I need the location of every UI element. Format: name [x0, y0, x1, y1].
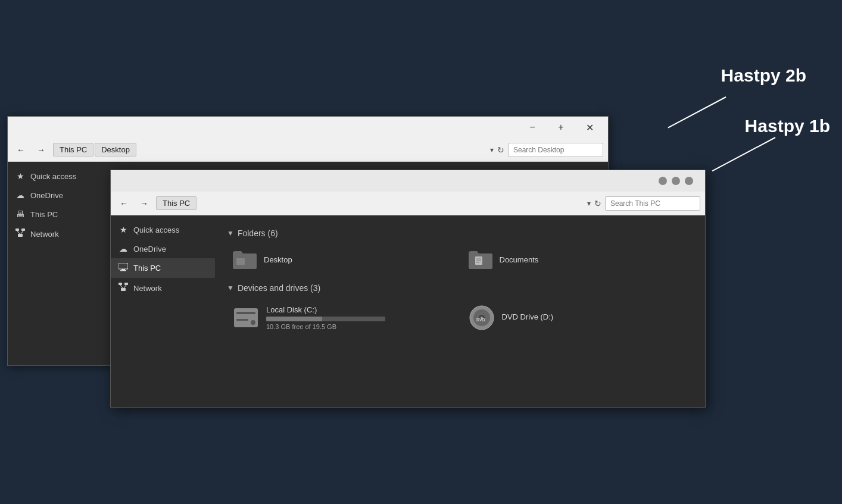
dot-control-2[interactable] [672, 177, 680, 185]
window-controls-desktop: − + ✕ [519, 118, 603, 137]
address-bar-right-desktop: ▾ ↻ [490, 143, 603, 157]
svg-line-4 [21, 231, 23, 234]
svg-rect-7 [120, 270, 126, 271]
monitor-icon-thispc [118, 263, 129, 273]
address-bar-desktop: ← → This PC Desktop ▾ ↻ [8, 138, 608, 162]
sidebar-label-quickaccess-thispc: Quick access [133, 226, 179, 234]
drive-item-c[interactable]: Local Disk (C:) 10.3 GB free of 19.5 GB [227, 300, 458, 336]
forward-button-thispc[interactable]: → [136, 195, 152, 212]
maximize-button-desktop[interactable]: + [547, 118, 575, 137]
drives-section-title: Devices and drives (3) [238, 283, 320, 293]
search-input-thispc[interactable] [605, 196, 700, 211]
sidebar-item-quickaccess-desktop[interactable]: ★ Quick access [8, 167, 112, 186]
sidebar-desktop: ★ Quick access ☁ OneDrive 🖶 This PC [8, 162, 112, 365]
sidebar-label-network-thispc: Network [133, 284, 162, 293]
annotation-hastpy1b: Hastpy 1b [745, 116, 830, 136]
drive-bar-c [266, 317, 385, 321]
search-input-desktop[interactable] [508, 143, 603, 157]
sidebar-thispc: ★ Quick access ☁ OneDrive This PC [111, 215, 215, 407]
sidebar-item-onedrive-thispc[interactable]: ☁ OneDrive [111, 239, 215, 258]
drive-info-c: Local Disk (C:) 10.3 GB free of 19.5 GB [266, 305, 453, 330]
dropdown-button-thispc[interactable]: ▾ [587, 199, 591, 208]
sidebar-label-thispc-thispc: This PC [133, 264, 161, 273]
titlebar-thispc [111, 170, 705, 192]
breadcrumb-desktop-folder[interactable]: Desktop [95, 143, 136, 156]
close-button-desktop[interactable]: ✕ [576, 118, 603, 137]
address-bar-thispc: ← → This PC ▾ ↻ [111, 192, 705, 215]
svg-rect-19 [236, 312, 255, 314]
svg-line-11 [120, 285, 123, 288]
titlebar-desktop: − + ✕ [8, 117, 608, 138]
cloud-icon-thispc: ☁ [118, 244, 129, 253]
minimize-button-desktop[interactable]: − [519, 118, 546, 137]
sidebar-label-onedrive-desktop: OneDrive [30, 191, 63, 200]
svg-rect-21 [236, 319, 248, 321]
refresh-button-desktop[interactable]: ↻ [497, 145, 504, 155]
disk-icon-c [232, 303, 260, 332]
folders-section-header: ▼ Folders (6) [227, 228, 693, 238]
svg-rect-0 [18, 234, 23, 237]
sidebar-label-quickaccess-desktop: Quick access [30, 172, 76, 181]
svg-rect-8 [121, 288, 126, 291]
drive-name-c: Local Disk (C:) [266, 305, 453, 314]
folder-icon-documents [467, 249, 494, 270]
svg-line-3 [17, 231, 20, 234]
sidebar-item-network-desktop[interactable]: Network [8, 224, 112, 245]
drive-space-c: 10.3 GB free of 19.5 GB [266, 323, 453, 330]
folders-grid: Desktop Documents [227, 245, 693, 274]
main-content-thispc: ▼ Folders (6) Desktop [215, 215, 705, 407]
svg-rect-9 [118, 283, 122, 285]
sidebar-item-onedrive-desktop[interactable]: ☁ OneDrive [8, 186, 112, 205]
network-icon-desktop [15, 228, 26, 240]
folders-section-title: Folders (6) [238, 228, 278, 238]
dot-control-3[interactable] [685, 177, 693, 185]
sidebar-item-thispc-desktop[interactable]: 🖶 This PC [8, 205, 112, 224]
svg-rect-2 [21, 228, 25, 231]
drives-grid: Local Disk (C:) 10.3 GB free of 19.5 GB [227, 300, 693, 336]
breadcrumb-thispc: This PC [156, 196, 584, 210]
address-bar-right-thispc: ▾ ↻ [587, 196, 700, 211]
drive-name-d: DVD Drive (D:) [502, 312, 689, 321]
star-icon-thispc: ★ [118, 225, 129, 234]
cloud-icon-desktop: ☁ [15, 190, 26, 200]
sidebar-item-network-thispc[interactable]: Network [111, 278, 215, 299]
dot-control-1[interactable] [659, 177, 667, 185]
dvd-icon-d: DVD [467, 303, 496, 332]
monitor-icon-desktop: 🖶 [15, 209, 26, 219]
folder-item-documents[interactable]: Documents [463, 245, 694, 274]
svg-text:DVD: DVD [476, 318, 485, 322]
forward-button-desktop[interactable]: → [33, 142, 49, 158]
breadcrumb-thispc-main[interactable]: This PC [156, 196, 197, 210]
back-button-desktop[interactable]: ← [13, 142, 29, 158]
window-controls-thispc [659, 170, 700, 192]
sidebar-label-onedrive-thispc: OneDrive [133, 245, 166, 253]
svg-rect-13 [236, 258, 245, 265]
drives-chevron: ▼ [227, 284, 234, 292]
breadcrumb-desktop: This PC Desktop [53, 143, 487, 156]
drive-info-d: DVD Drive (D:) [502, 312, 689, 324]
folders-chevron: ▼ [227, 229, 234, 237]
drives-section-header: ▼ Devices and drives (3) [227, 283, 693, 293]
sidebar-item-quickaccess-thispc[interactable]: ★ Quick access [111, 220, 215, 239]
svg-rect-6 [121, 269, 125, 270]
sidebar-item-thispc-thispc[interactable]: This PC [111, 258, 215, 278]
breadcrumb-thispc-desktop[interactable]: This PC [53, 143, 93, 156]
folder-icon-desktop [232, 249, 258, 270]
refresh-button-thispc[interactable]: ↻ [594, 199, 601, 208]
window-content-thispc: ★ Quick access ☁ OneDrive This PC [111, 215, 705, 407]
annotation-line-2 [712, 137, 776, 171]
dropdown-button-desktop[interactable]: ▾ [490, 146, 494, 154]
svg-rect-10 [124, 283, 128, 285]
folder-label-desktop: Desktop [264, 255, 292, 264]
annotation-line-1 [668, 96, 726, 128]
svg-rect-5 [118, 263, 128, 269]
svg-line-12 [124, 285, 126, 288]
folder-item-desktop[interactable]: Desktop [227, 245, 458, 274]
drive-item-d[interactable]: DVD DVD Drive (D:) [463, 300, 694, 336]
svg-point-20 [251, 320, 255, 325]
annotation-hastpy2b: Hastpy 2b [721, 65, 806, 86]
drive-bar-fill-c [266, 317, 322, 321]
star-icon-desktop: ★ [15, 171, 26, 181]
sidebar-label-thispc-desktop: This PC [30, 210, 58, 219]
back-button-thispc[interactable]: ← [116, 195, 132, 212]
